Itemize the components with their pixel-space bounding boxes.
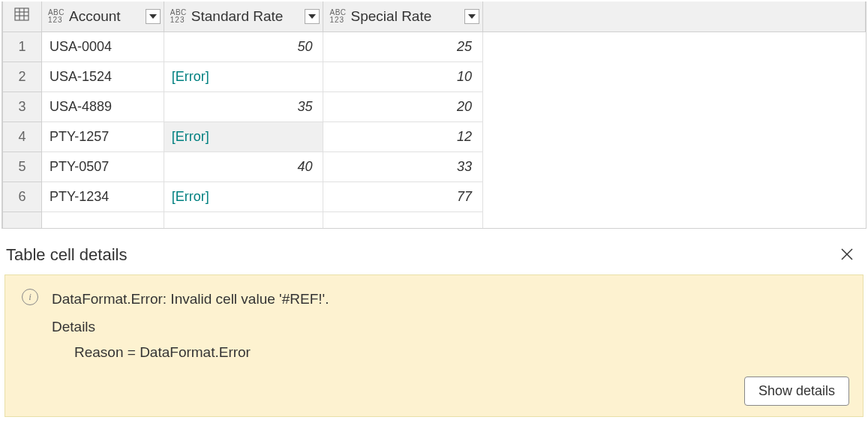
empty-cell xyxy=(323,212,483,228)
filler-cell xyxy=(483,212,866,228)
cell-standard-rate[interactable]: 50 xyxy=(164,32,323,62)
select-all-corner[interactable] xyxy=(3,2,42,32)
error-message: DataFormat.Error: Invalid cell value '#R… xyxy=(52,289,329,310)
cell-error[interactable]: [Error] xyxy=(164,62,323,92)
cell-error[interactable]: [Error] xyxy=(164,182,323,212)
table-row[interactable]: 4PTY-1257[Error]12 xyxy=(3,122,866,152)
table-row[interactable]: 5PTY-05074033 xyxy=(3,152,866,182)
column-label: Account xyxy=(69,8,141,25)
cell-special-rate[interactable]: 77 xyxy=(323,182,483,212)
close-button[interactable] xyxy=(835,244,859,267)
cell-error[interactable]: [Error] xyxy=(164,122,323,152)
cell-standard-rate[interactable]: 40 xyxy=(164,152,323,182)
info-icon: i xyxy=(22,289,38,305)
row-number[interactable]: 6 xyxy=(3,182,42,212)
filler-header xyxy=(483,2,866,32)
table-icon xyxy=(14,8,29,25)
filler-cell xyxy=(483,152,866,182)
filler-cell xyxy=(483,32,866,62)
row-number[interactable]: 4 xyxy=(3,122,42,152)
row-number[interactable]: 3 xyxy=(3,92,42,122)
any-type-icon: ABC123 xyxy=(170,9,187,24)
filter-dropdown-button[interactable] xyxy=(305,9,320,24)
row-number[interactable]: 2 xyxy=(3,62,42,92)
cell-special-rate[interactable]: 20 xyxy=(323,92,483,122)
cell-special-rate[interactable]: 25 xyxy=(323,32,483,62)
cell-account[interactable]: USA-4889 xyxy=(41,92,164,122)
chevron-down-icon xyxy=(468,14,476,19)
error-details-panel: i DataFormat.Error: Invalid cell value '… xyxy=(5,274,863,417)
cell-account[interactable]: PTY-1234 xyxy=(41,182,164,212)
cell-special-rate[interactable]: 12 xyxy=(323,122,483,152)
empty-row xyxy=(3,212,866,228)
cell-details-section: Table cell details i DataFormat.Error: I… xyxy=(0,241,868,417)
table-row[interactable]: 6PTY-1234[Error]77 xyxy=(3,182,866,212)
column-header-special-rate[interactable]: ABC123 Special Rate xyxy=(323,2,483,32)
svg-rect-0 xyxy=(15,8,29,20)
column-label: Standard Rate xyxy=(191,8,301,25)
cell-special-rate[interactable]: 10 xyxy=(323,62,483,92)
empty-cell xyxy=(164,212,323,228)
any-type-icon: ABC123 xyxy=(329,9,346,24)
cell-standard-rate[interactable]: 35 xyxy=(164,92,323,122)
column-header-account[interactable]: ABC123 Account xyxy=(41,2,164,32)
close-icon xyxy=(841,248,853,260)
empty-cell xyxy=(41,212,164,228)
table-row[interactable]: 1USA-00045025 xyxy=(3,32,866,62)
empty-row-num xyxy=(3,212,42,228)
filler-cell xyxy=(483,62,866,92)
any-type-icon: ABC123 xyxy=(48,9,65,24)
error-reason: Reason = DataFormat.Error xyxy=(74,344,846,361)
details-label: Details xyxy=(52,319,846,335)
row-number[interactable]: 1 xyxy=(3,32,42,62)
filter-dropdown-button[interactable] xyxy=(146,9,161,24)
filler-cell xyxy=(483,122,866,152)
filler-cell xyxy=(483,92,866,122)
table-row[interactable]: 2USA-1524[Error]10 xyxy=(3,62,866,92)
details-title: Table cell details xyxy=(6,245,127,265)
column-label: Special Rate xyxy=(351,8,461,25)
cell-account[interactable]: PTY-0507 xyxy=(41,152,164,182)
filler-cell xyxy=(483,182,866,212)
show-details-button[interactable]: Show details xyxy=(744,376,849,406)
cell-account[interactable]: USA-1524 xyxy=(41,62,164,92)
table-row[interactable]: 3USA-48893520 xyxy=(3,92,866,122)
column-header-standard-rate[interactable]: ABC123 Standard Rate xyxy=(164,2,323,32)
row-number[interactable]: 5 xyxy=(3,152,42,182)
filter-dropdown-button[interactable] xyxy=(464,9,479,24)
data-table-container: ABC123 Account ABC123 Standard Rate xyxy=(2,2,866,229)
cell-special-rate[interactable]: 33 xyxy=(323,152,483,182)
chevron-down-icon xyxy=(308,14,316,19)
cell-account[interactable]: PTY-1257 xyxy=(41,122,164,152)
data-table: ABC123 Account ABC123 Standard Rate xyxy=(2,2,866,229)
chevron-down-icon xyxy=(149,14,157,19)
cell-account[interactable]: USA-0004 xyxy=(41,32,164,62)
